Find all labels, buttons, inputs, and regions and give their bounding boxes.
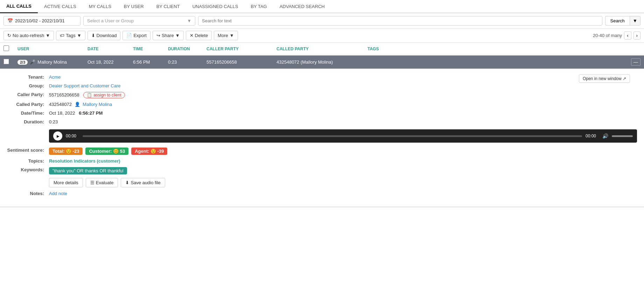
group-link[interactable]: Dealer Support and Customer Care	[49, 83, 121, 88]
table-row[interactable]: 2/3 🎤 Mallory Molina Oct 18, 2022 6:56 P…	[0, 56, 644, 69]
detail-called-party-row: Called Party: 432548072 👤 Mallory Molina	[7, 102, 637, 107]
topics-link[interactable]: Resolution Indicators (customer)	[49, 158, 120, 164]
date-range-input[interactable]: 📅 2022/10/02 - 2022/10/31	[4, 16, 80, 26]
tab-active-calls[interactable]: ACTIVE CALLS	[38, 0, 83, 13]
save-audio-icon: ⬇	[125, 180, 129, 185]
open-in-new-window-button[interactable]: Open in new window ↗	[579, 74, 630, 83]
audio-player[interactable]: ▶ 00:00 00:00 🔊	[49, 129, 637, 143]
delete-icon: ✕	[190, 33, 194, 38]
datetime-time: 6:56:27 PM	[79, 110, 103, 116]
dropdown-icon: ▼	[230, 33, 234, 38]
add-note-link[interactable]: Add note	[49, 191, 67, 196]
filter-bar: 📅 2022/10/02 - 2022/10/31 Select a User …	[0, 13, 644, 29]
audio-progress-bar[interactable]	[83, 135, 582, 137]
called-party-label: Called Party:	[7, 102, 49, 107]
detail-notes-row: Notes: Add note	[7, 191, 637, 196]
sentiment-total-badge: Total: 😟 -23	[49, 148, 83, 155]
pagination-text: 20-40 of many	[593, 33, 622, 38]
evaluate-icon: ☰	[90, 180, 94, 185]
calendar-icon: 📅	[7, 18, 13, 23]
row-date: Oct 18, 2022	[88, 59, 133, 65]
sentiment-label: Sentiment score:	[7, 148, 49, 153]
volume-icon: 🔊	[602, 133, 608, 139]
search-button-group: Search ▼	[605, 16, 640, 26]
dropdown-icon: ▼	[46, 33, 50, 38]
tab-by-tag[interactable]: BY TAG	[244, 0, 273, 13]
row-called-party: 432548072 (Mallory Molina)	[276, 59, 368, 65]
keyword-badge: "thank you" OR thanks OR thankful	[49, 167, 127, 174]
header-user: USER	[18, 46, 88, 51]
tenant-label: Tenant:	[7, 74, 49, 80]
called-party-number: 432548072	[49, 102, 72, 107]
assign-icon: 📋	[87, 93, 92, 98]
user-group-select[interactable]: Select a User or Group ▼	[83, 16, 195, 26]
header-duration: DURATION	[168, 46, 206, 51]
dropdown-arrow-icon: ▼	[187, 18, 191, 23]
called-party-user-link[interactable]: Mallory Molina	[83, 102, 112, 107]
tab-by-client[interactable]: BY CLIENT	[150, 0, 186, 13]
caller-party-label: Caller Party:	[7, 92, 49, 97]
header-caller-party: CALLER PARTY	[206, 46, 276, 51]
search-dropdown-button[interactable]: ▼	[630, 16, 640, 26]
table-header: USER DATE TIME DURATION CALLER PARTY CAL…	[0, 43, 644, 56]
row-checkbox[interactable]	[4, 59, 9, 64]
header-date: DATE	[88, 46, 133, 51]
detail-audio-row: ▶ 00:00 00:00 🔊	[7, 128, 637, 144]
tags-button[interactable]: 🏷 Tags ▼	[56, 31, 85, 40]
pagination: 20-40 of many ‹ ›	[593, 31, 640, 40]
group-label: Group:	[7, 83, 49, 88]
select-all-checkbox[interactable]	[4, 45, 9, 51]
tenant-value: Acme	[49, 74, 637, 80]
play-icon: ▶	[57, 134, 59, 138]
row-user-cell: 2/3 🎤 Mallory Molina	[18, 59, 88, 65]
share-button[interactable]: ↪ Share ▼	[153, 31, 184, 40]
duration-label: Duration:	[7, 119, 49, 124]
no-auto-refresh-button[interactable]: ↻ No auto-refresh ▼	[4, 31, 54, 40]
prev-page-button[interactable]: ‹	[624, 31, 631, 40]
delete-button[interactable]: ✕ Delete	[186, 31, 212, 40]
header-checkbox-cell	[4, 45, 18, 52]
search-text-input[interactable]	[198, 16, 602, 26]
detail-buttons-row: More details ☰ Evaluate ⬇ Save audio fil…	[7, 178, 637, 187]
audio-current-time: 00:00	[66, 134, 79, 138]
tab-unassigned-calls[interactable]: UNASSIGNED CALLS	[186, 0, 245, 13]
more-button[interactable]: More ▼	[214, 31, 238, 40]
tab-all-calls[interactable]: ALL CALLS	[0, 0, 38, 13]
tab-my-calls[interactable]: MY CALLS	[83, 0, 118, 13]
caller-party-number: 557165206658	[49, 92, 79, 98]
detail-group-row: Group: Dealer Support and Customer Care	[7, 83, 637, 88]
tab-advanced-search[interactable]: ADVANCED SEARCH	[273, 0, 331, 13]
search-button[interactable]: Search	[605, 16, 630, 26]
row-duration: 0:23	[168, 59, 206, 65]
caller-party-value: 557165206658 📋 assign to client	[49, 92, 637, 98]
export-button[interactable]: 📄 Export	[122, 31, 150, 40]
date-range-value: 2022/10/02 - 2022/10/31	[15, 18, 65, 23]
keywords-label: Keywords:	[7, 167, 49, 172]
save-audio-button[interactable]: ⬇ Save audio file	[121, 178, 165, 187]
called-party-value: 432548072 👤 Mallory Molina	[49, 102, 637, 107]
collapse-row-button[interactable]: —	[631, 58, 640, 66]
notes-value: Add note	[49, 191, 637, 196]
search-text-field[interactable]	[202, 18, 598, 23]
download-button[interactable]: ⬇ Download	[88, 31, 121, 40]
row-tags-actions: —	[368, 58, 640, 66]
detail-caller-party-row: Caller Party: 557165206658 📋 assign to c…	[7, 92, 637, 98]
detail-sentiment-row: Sentiment score: Total: 😟 -23 Customer: …	[7, 148, 637, 155]
assign-to-client-button[interactable]: 📋 assign to client	[83, 92, 125, 98]
play-button[interactable]: ▶	[53, 131, 62, 141]
duration-value: 0:23	[49, 119, 637, 124]
call-badge: 2/3	[18, 60, 28, 65]
audio-volume-bar[interactable]	[612, 135, 633, 137]
header-time: TIME	[133, 46, 168, 51]
sentiment-badges: Total: 😟 -23 Customer: 😊 53 Agent: 😟 -39	[49, 148, 637, 155]
tenant-link[interactable]: Acme	[49, 74, 61, 80]
export-icon: 📄	[126, 33, 132, 38]
detail-duration-row: Duration: 0:23	[7, 119, 637, 124]
more-details-button[interactable]: More details	[49, 178, 83, 187]
row-time: 6:56 PM	[133, 59, 168, 65]
evaluate-button[interactable]: ☰ Evaluate	[86, 178, 118, 187]
tab-by-user[interactable]: BY USER	[118, 0, 150, 13]
topics-label: Topics:	[7, 158, 49, 164]
next-page-button[interactable]: ›	[634, 31, 640, 40]
tabs-bar: ALL CALLS ACTIVE CALLS MY CALLS BY USER …	[0, 0, 644, 13]
